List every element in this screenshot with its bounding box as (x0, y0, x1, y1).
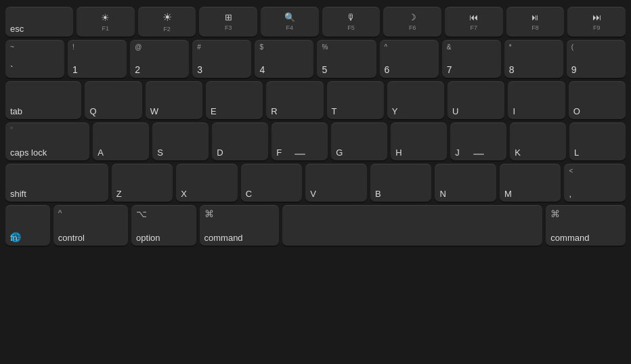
caps-lock-label: caps lock (10, 148, 47, 157)
4-key[interactable]: $ 4 (255, 40, 313, 78)
f-bump (295, 154, 305, 155)
f7-label: F7 (471, 24, 478, 31)
j-bump (473, 154, 484, 155)
star-secondary: * (509, 43, 512, 51)
amp-secondary: & (447, 43, 452, 51)
f8-key[interactable]: ⏯ F8 (506, 7, 565, 37)
f7-key[interactable]: ⏮ F7 (445, 7, 503, 37)
m-key[interactable]: M (500, 164, 561, 202)
5-key[interactable]: % 5 (317, 40, 376, 78)
o-key[interactable]: O (569, 81, 626, 119)
control-key[interactable]: ^ control (53, 205, 128, 246)
z-key[interactable]: Z (112, 164, 173, 202)
esc-key[interactable]: esc (5, 7, 73, 37)
f5-key[interactable]: 🎙 F5 (322, 7, 380, 37)
g-key[interactable]: G (331, 122, 387, 160)
h-key[interactable]: H (391, 122, 447, 160)
n-key[interactable]: N (435, 164, 496, 202)
l-key[interactable]: L (569, 122, 626, 160)
3-label: 3 (197, 65, 202, 74)
y-key[interactable]: Y (387, 81, 444, 119)
9-key[interactable]: ( 9 (567, 40, 626, 78)
command-symbol-left-icon: ⌘ (204, 208, 214, 219)
command-label-left: command (204, 233, 243, 242)
f1-key[interactable]: ☀ F1 (77, 7, 135, 37)
lt-secondary: < (569, 167, 573, 175)
esc-label: esc (10, 24, 24, 33)
tab-key[interactable]: tab (5, 81, 81, 119)
s-key[interactable]: S (152, 122, 209, 160)
k-key[interactable]: K (510, 122, 566, 160)
u-key[interactable]: U (448, 81, 504, 119)
q-key[interactable]: Q (85, 81, 142, 119)
2-key[interactable]: @ 2 (130, 40, 189, 78)
4-label: 4 (259, 65, 265, 74)
backtick-label: ` (10, 65, 14, 74)
number-row: ~ ` ! 1 @ 2 # 3 $ 4 % 5 ^ 6 & 7 * 8 ( 9 (5, 40, 626, 78)
command-key-right[interactable]: ⌘ command (546, 205, 626, 246)
1-label: 1 (72, 65, 78, 74)
control-label: control (58, 233, 85, 242)
brightness-up-icon: ☀ (162, 11, 172, 24)
shift-key[interactable]: shift (5, 164, 108, 202)
f1-label: F1 (102, 25, 110, 32)
fn-row: esc ☀ F1 ☀ F2 ⊞ F3 🔍 F4 🎙 F5 ☽ F6 (5, 7, 626, 37)
i-key[interactable]: I (508, 81, 565, 119)
lparen-secondary: ( (571, 43, 573, 51)
caps-lock-key[interactable]: caps lock (5, 122, 89, 160)
7-label: 7 (447, 65, 452, 74)
x-key[interactable]: X (176, 164, 238, 202)
f4-key[interactable]: 🔍 F4 (261, 7, 319, 37)
hash-secondary: # (197, 43, 201, 51)
f9-label: F9 (593, 24, 601, 31)
fn-key[interactable]: 🌐 fn (5, 205, 50, 246)
command-key-left[interactable]: ⌘ command (200, 205, 280, 246)
spacebar-key[interactable] (282, 205, 542, 246)
e-key[interactable]: E (206, 81, 263, 119)
dollar-secondary: $ (259, 43, 263, 51)
w-key[interactable]: W (146, 81, 202, 119)
1-key[interactable]: ! 1 (68, 40, 127, 78)
percent-secondary: % (322, 43, 328, 51)
mic-icon: 🎙 (347, 12, 355, 22)
8-key[interactable]: * 8 (504, 40, 563, 78)
f-key[interactable]: F (271, 122, 328, 160)
r-key[interactable]: R (266, 81, 323, 119)
moon-icon: ☽ (408, 12, 416, 22)
option-symbol-icon: ⌥ (136, 208, 147, 219)
3-key[interactable]: # 3 (192, 40, 251, 78)
shift-label: shift (10, 189, 26, 198)
f2-key[interactable]: ☀ F2 (138, 7, 196, 37)
f6-label: F6 (409, 24, 416, 31)
c-key[interactable]: C (241, 164, 303, 202)
f9-key[interactable]: ⏭ F9 (567, 7, 626, 37)
mission-control-icon: ⊞ (225, 12, 232, 22)
d-key[interactable]: D (212, 122, 268, 160)
qwerty-row: tab Q W E R T Y U I O (5, 81, 626, 119)
a-key[interactable]: A (93, 122, 149, 160)
bottom-row: 🌐 fn ^ control ⌥ option ⌘ command ⌘ comm… (5, 205, 626, 246)
b-key[interactable]: B (370, 164, 432, 202)
6-key[interactable]: ^ 6 (380, 40, 439, 78)
comma-key[interactable]: < , (564, 164, 626, 202)
f6-key[interactable]: ☽ F6 (383, 7, 441, 37)
2-label: 2 (135, 65, 140, 74)
playpause-icon: ⏯ (531, 12, 540, 22)
caret-secondary: ^ (385, 43, 388, 51)
f3-key[interactable]: ⊞ F3 (199, 7, 257, 37)
zxcv-row: shift Z X C V B N M < , (5, 164, 626, 202)
v-key[interactable]: V (305, 164, 367, 202)
tilde-key[interactable]: ~ ` (5, 40, 64, 78)
asdf-row: caps lock A S D F G H J K L (5, 122, 626, 160)
fastforward-icon: ⏭ (592, 12, 601, 22)
option-key-left[interactable]: ⌥ option (131, 205, 196, 246)
f8-label: F8 (531, 24, 539, 31)
f5-label: F5 (347, 24, 355, 31)
9-label: 9 (571, 65, 577, 74)
t-key[interactable]: T (327, 81, 384, 119)
7-key[interactable]: & 7 (442, 40, 501, 78)
rewind-icon: ⏮ (469, 12, 478, 22)
j-key[interactable]: J (450, 122, 506, 160)
caps-indicator (10, 127, 13, 129)
at-secondary: @ (135, 43, 142, 51)
